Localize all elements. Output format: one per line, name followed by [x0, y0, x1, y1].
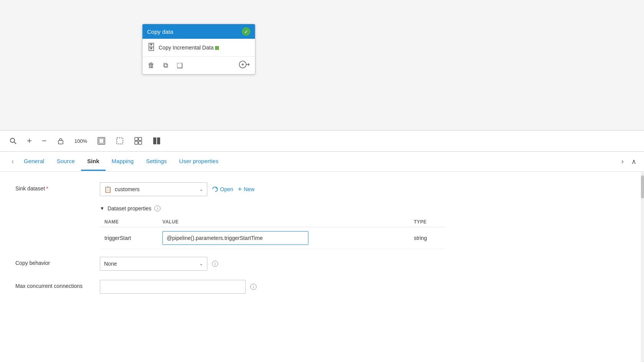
prop-type-cell: string: [409, 227, 445, 249]
node-check-icon: ✓: [242, 27, 250, 36]
max-connections-label: Max concurrent connections: [15, 280, 92, 289]
lock-button[interactable]: [55, 136, 66, 146]
minus-button[interactable]: −: [40, 134, 48, 147]
status-dot: [215, 46, 219, 50]
select-region-button[interactable]: [114, 135, 126, 147]
svg-rect-13: [139, 141, 142, 144]
dataset-properties-header[interactable]: ▼ Dataset properties i: [100, 205, 629, 212]
sink-dataset-row: Sink dataset* 📋 customers ⌄ Open + New: [15, 182, 629, 196]
dataset-properties-section: ▼ Dataset properties i NAME VALUE TYPE t…: [100, 205, 629, 249]
prop-name-cell: triggerStart: [100, 227, 158, 249]
dataset-properties-table: NAME VALUE TYPE triggerStart string: [100, 217, 445, 249]
node-db-icon: 🗄: [147, 43, 156, 53]
sink-dataset-dropdown[interactable]: 📋 customers ⌄: [100, 182, 207, 196]
auto-layout-button[interactable]: [132, 135, 144, 147]
dataset-properties-info-icon[interactable]: i: [154, 205, 161, 212]
copy-behavior-label: Copy behavior: [15, 257, 92, 266]
svg-rect-15: [157, 137, 160, 144]
svg-line-5: [14, 142, 16, 144]
prop-value-cell[interactable]: [158, 227, 409, 249]
copy-behavior-row: Copy behavior None ⌄ i: [15, 257, 629, 271]
max-connections-input[interactable]: [100, 280, 246, 294]
tab-back-button[interactable]: ‹: [8, 156, 18, 167]
dataset-properties-label: Dataset properties: [108, 205, 151, 212]
sink-dataset-label: Sink dataset*: [15, 182, 92, 192]
canvas-toolbar: + − 100%: [0, 131, 644, 152]
scrollbar-thumb[interactable]: [641, 175, 644, 198]
fit-button[interactable]: [96, 135, 107, 147]
tab-user-properties[interactable]: User properties: [173, 152, 225, 171]
node-header: Copy data ✓: [142, 24, 255, 39]
open-dataset-button[interactable]: Open: [212, 186, 233, 192]
tab-source[interactable]: Source: [50, 152, 81, 171]
pipeline-node[interactable]: Copy data ✓ 🗄 Copy Incremental Data 🗑 ⧉ …: [142, 24, 255, 74]
svg-rect-9: [117, 138, 123, 144]
tab-settings[interactable]: Settings: [140, 152, 173, 171]
node-delete-button[interactable]: 🗑: [147, 61, 156, 70]
tab-collapse-button[interactable]: ∧: [627, 156, 640, 167]
tab-general[interactable]: General: [18, 152, 50, 171]
max-connections-control: i: [100, 280, 629, 294]
view-mode-button[interactable]: [151, 135, 162, 147]
svg-rect-14: [153, 137, 156, 144]
copy-behavior-dropdown[interactable]: None ⌄: [100, 257, 207, 271]
svg-point-4: [10, 138, 15, 142]
col-header-name: NAME: [100, 217, 158, 227]
col-header-value: VALUE: [158, 217, 409, 227]
copy-behavior-control: None ⌄ i: [100, 257, 629, 271]
node-add-activity-button[interactable]: [238, 60, 250, 71]
scrollbar[interactable]: [641, 172, 644, 362]
tab-mapping[interactable]: Mapping: [106, 152, 140, 171]
node-actions: 🗑 ⧉ ❏: [142, 57, 255, 74]
svg-rect-6: [58, 141, 63, 144]
svg-rect-10: [135, 137, 138, 141]
chevron-down-icon: ⌄: [199, 187, 203, 192]
col-header-type: TYPE: [409, 217, 445, 227]
node-body: 🗄 Copy Incremental Data: [142, 39, 255, 57]
tab-sink[interactable]: Sink: [81, 152, 106, 171]
collapse-arrow-icon: ▼: [100, 206, 104, 211]
copy-behavior-value: None: [104, 261, 117, 267]
new-dataset-button[interactable]: + New: [238, 185, 255, 193]
dataset-icon: 📋: [104, 186, 112, 193]
table-row: triggerStart string: [100, 227, 445, 249]
canvas-area: Copy data ✓ 🗄 Copy Incremental Data 🗑 ⧉ …: [0, 0, 644, 131]
node-clone-button[interactable]: ⧉: [162, 61, 169, 70]
svg-rect-8: [99, 139, 104, 143]
node-title: Copy data: [147, 28, 173, 35]
copy-behavior-info-icon[interactable]: i: [212, 261, 218, 267]
copy-behavior-chevron-icon: ⌄: [199, 261, 203, 266]
node-label: Copy Incremental Data: [159, 45, 219, 51]
sink-dataset-control: 📋 customers ⌄ Open + New: [100, 182, 629, 196]
zoom-level-button[interactable]: 100%: [73, 137, 89, 145]
add-button[interactable]: +: [25, 134, 33, 147]
search-button[interactable]: [8, 136, 18, 146]
svg-rect-11: [139, 137, 142, 141]
tab-forward-button[interactable]: ›: [618, 156, 627, 167]
max-connections-info-icon[interactable]: i: [250, 284, 257, 290]
svg-rect-12: [135, 141, 138, 144]
trigger-start-value-input[interactable]: [162, 231, 308, 245]
dataset-value: customers: [115, 186, 140, 192]
max-connections-row: Max concurrent connections i: [15, 280, 629, 294]
properties-panel: Sink dataset* 📋 customers ⌄ Open + New ▼: [0, 172, 644, 362]
node-copy-button[interactable]: ❏: [176, 61, 184, 71]
tabs-bar: ‹ General Source Sink Mapping Settings U…: [0, 152, 644, 172]
